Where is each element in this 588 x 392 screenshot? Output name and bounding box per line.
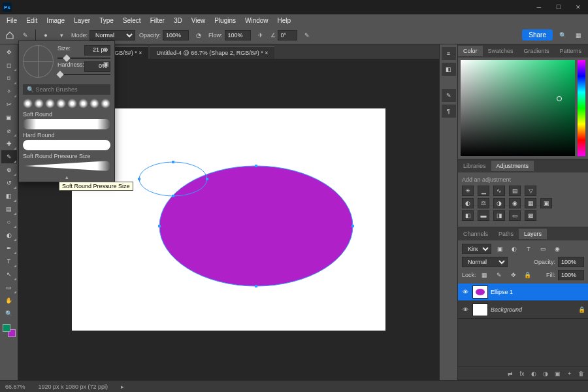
curves-icon[interactable]: ∿ [493,186,505,196]
filter-shape-icon[interactable]: ▭ [537,243,549,255]
stamp-tool[interactable]: ⊕ [1,163,17,176]
frame-tool[interactable]: ▣ [1,111,17,124]
menu-layer[interactable]: Layer [70,16,94,25]
dodge-tool[interactable]: ◐ [1,229,17,242]
layer-name[interactable]: Background [491,306,522,313]
color-field[interactable] [461,60,575,156]
exposure-icon[interactable]: ▤ [509,186,521,196]
paths-tab[interactable]: Paths [493,229,519,239]
menu-file[interactable]: File [3,16,21,25]
brushes-dock-icon[interactable]: ✎ [442,89,456,102]
link-layers-icon[interactable]: ⇄ [506,369,515,378]
crop-tool[interactable]: ✂ [1,98,17,111]
swatches-tab[interactable]: Swatches [483,46,519,56]
layer-filter-kind[interactable]: Kind [462,244,491,254]
history-dock-icon[interactable]: ≡ [442,47,456,60]
adjustments-tab[interactable]: Adjustments [491,161,534,171]
gradients-tab[interactable]: Gradients [519,46,555,56]
menu-help[interactable]: Help [274,16,295,25]
brush-sample[interactable] [78,99,88,108]
color-cursor[interactable] [557,96,562,101]
lasso-tool[interactable]: ⌑ [1,72,17,85]
channels-tab[interactable]: Channels [458,229,493,239]
move-tool[interactable]: ✥ [1,46,17,59]
colorlookup-icon[interactable]: ▣ [540,198,552,208]
marquee-tool[interactable]: ◻ [1,59,17,72]
home-icon[interactable] [4,29,16,41]
menu-type[interactable]: Type [95,16,118,25]
menu-edit[interactable]: Edit [22,16,41,25]
levels-icon[interactable]: ▁ [478,186,489,196]
pressure-size-icon[interactable]: ✎ [301,29,313,41]
healing-tool[interactable]: ✚ [1,137,17,150]
ellipse-shape-purple[interactable] [159,166,353,286]
brush-tool[interactable]: ✎ [1,150,17,163]
photo-filter-icon[interactable]: ◉ [509,198,521,208]
adjustment-layer-icon[interactable]: ◑ [541,369,550,378]
brush-thumb-icon[interactable]: ● [40,29,52,41]
visibility-icon[interactable]: 👁 [461,289,470,295]
angle-input[interactable] [278,30,297,41]
selective-color-icon[interactable]: ▩ [525,210,536,221]
type-tool[interactable]: T [1,255,17,268]
mask-icon[interactable]: ◐ [529,369,538,378]
brush-folder-icon[interactable]: ▣ [100,58,112,70]
path-tool[interactable]: ↖ [1,268,17,281]
layer-thumb[interactable] [472,303,488,316]
lock-paint-icon[interactable]: ✎ [493,269,505,281]
menu-filter[interactable]: Filter [146,16,169,25]
history-brush-tool[interactable]: ↺ [1,176,17,189]
channel-mixer-icon[interactable]: ▦ [525,198,536,208]
opacity-input[interactable] [163,30,189,41]
zoom-readout[interactable]: 66.67% [5,384,25,390]
maximize-button[interactable]: ☐ [549,0,568,14]
brush-sample[interactable] [101,99,110,108]
hue-slider[interactable] [578,60,585,156]
menu-view[interactable]: View [188,16,210,25]
gradient-map-icon[interactable]: ▭ [509,210,521,221]
filter-adjust-icon[interactable]: ◐ [508,243,520,255]
vibrance-icon[interactable]: ▽ [525,186,536,196]
layer-thumb[interactable] [472,286,488,299]
zoom-tool[interactable]: 🔍 [1,307,17,320]
brush-sample[interactable] [34,99,44,108]
posterize-icon[interactable]: ▬ [478,210,489,221]
blend-mode-select[interactable]: Normal [90,30,135,41]
menu-plugins[interactable]: Plugins [210,16,240,25]
layer-fill-input[interactable] [558,270,584,280]
pen-tool[interactable]: ✒ [1,242,17,255]
properties-dock-icon[interactable]: ◧ [442,63,456,76]
brush-preset-pressure-size[interactable]: Soft Round Pressure Size [19,152,114,172]
color-swatches[interactable] [3,324,16,337]
fx-icon[interactable]: fx [517,369,527,378]
workspace-icon[interactable]: ▦ [572,29,584,41]
color-tab[interactable]: Color [458,46,483,56]
paragraph-dock-icon[interactable]: ¶ [442,105,456,118]
brush-search-input[interactable]: 🔍 Search Brushes [23,84,110,95]
layer-row-ellipse[interactable]: 👁 Ellipse 1 [458,284,588,301]
new-preset-icon[interactable]: ⊕ [100,44,112,56]
brush-preset-soft-round[interactable]: Soft Round [19,110,114,131]
layer-opacity-input[interactable] [558,257,584,267]
brush-resize-handle[interactable]: ▴ [19,172,114,182]
brush-angle-preview[interactable] [23,45,54,78]
brush-sample[interactable] [56,99,66,108]
brush-sample[interactable] [45,99,55,108]
shape-tool[interactable]: ▭ [1,281,17,294]
wand-tool[interactable]: ✧ [1,85,17,98]
delete-layer-icon[interactable]: 🗑 [576,369,585,378]
search-icon[interactable]: 🔍 [557,29,568,41]
new-layer-icon[interactable]: ＋ [564,369,574,378]
brush-sample[interactable] [67,99,77,108]
airbrush-icon[interactable]: ✈ [255,29,267,41]
brush-preset-hard-round[interactable]: Hard Round [19,131,114,152]
filter-type-icon[interactable]: T [523,243,534,255]
foreground-color[interactable] [3,324,10,332]
hardness-slider[interactable] [57,74,110,75]
lock-pos-icon[interactable]: ✥ [508,269,519,281]
doc-tab-2[interactable]: Untitled-4 @ 66.7% (Shape 2, RGB/8#) * × [150,46,274,59]
share-button[interactable]: Share [522,29,553,41]
menu-select[interactable]: Select [119,16,145,25]
brush-sample[interactable] [90,99,99,108]
layers-tab[interactable]: Layers [519,229,547,239]
